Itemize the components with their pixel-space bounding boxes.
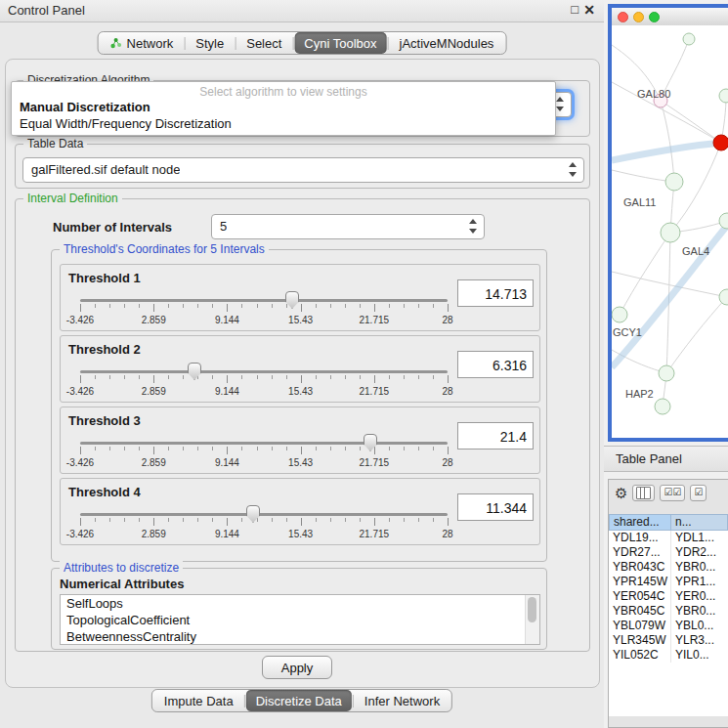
table-panel: ⚙ ☑☑ ☑ shared... n... YDL19...YDL1...YDR… [608, 479, 728, 728]
slider-track[interactable] [80, 370, 448, 373]
mac-zoom-button[interactable] [649, 12, 660, 22]
dropdown-option-manual-discretization[interactable]: Manual Discretization [12, 99, 555, 115]
cell-name: YPR1... [671, 575, 728, 589]
threshold-label: Threshold 2 [68, 342, 141, 357]
bottom-tab-discretize-data[interactable]: Discretize Data [246, 690, 352, 711]
cell-name: YBR0... [671, 604, 728, 619]
float-window-icon[interactable]: □ [571, 2, 578, 17]
table-panel-titlebar: Table Panel [604, 446, 728, 472]
scale-label: 2.859 [142, 529, 166, 539]
network-canvas-svg: GAL80GAL11GAL4GCY1HAP2 [612, 25, 728, 438]
scrollbar-thumb[interactable] [528, 597, 536, 622]
right-pane: GAL80GAL11GAL4GCY1HAP2 Table Panel ⚙ ☑☑ … [604, 0, 728, 728]
threshold-value-field[interactable]: 14.713 [457, 279, 534, 307]
network-canvas[interactable]: GAL80GAL11GAL4GCY1HAP2 [612, 25, 728, 438]
vertical-scrollbar[interactable] [525, 595, 539, 644]
threshold-slider[interactable]: -3.4262.8599.14415.4321.71528 [80, 290, 448, 329]
scale-label: -3.426 [66, 386, 94, 397]
network-icon [110, 37, 123, 49]
slider-track[interactable] [80, 442, 448, 445]
table-row[interactable]: YDR27...YDR2... [609, 545, 728, 560]
tab-jactivemnodules[interactable]: jActiveMNodules [390, 32, 504, 54]
cell-shared-name: YDR27... [609, 545, 671, 560]
attribute-list[interactable]: SelfLoopsTopologicalCoefficientBetweenne… [60, 594, 540, 645]
scale-label: 2.859 [142, 386, 166, 397]
table-row[interactable]: YDL19...YDL1... [609, 531, 728, 545]
network-node[interactable] [661, 223, 680, 242]
scale-label: 15.43 [288, 529, 313, 539]
network-node[interactable] [665, 173, 683, 191]
number-of-intervals-combobox[interactable]: 5 [211, 214, 485, 239]
tab-label: Discretize Data [256, 694, 342, 708]
slider-ticks [80, 447, 448, 456]
bottom-tab-infer-network[interactable]: Infer Network [355, 690, 450, 711]
control-panel: Control Panel □ ✕ NetworkStyleSelectCyni… [0, 0, 605, 728]
table-row[interactable]: YBR043CYBR0... [609, 560, 728, 575]
tab-network[interactable]: Network [101, 32, 184, 54]
network-node[interactable] [612, 307, 627, 322]
slider-scale-labels: -3.4262.8599.14415.4321.71528 [80, 529, 448, 540]
scale-label: 2.859 [142, 457, 166, 468]
attribute-list-item[interactable]: BetweennessCentrality [61, 628, 539, 645]
table-row[interactable]: YER054CYER0... [609, 589, 728, 604]
cell-shared-name: YIL052C [609, 648, 671, 663]
network-node[interactable] [655, 399, 670, 414]
threshold-slider[interactable]: -3.4262.8599.14415.4321.71528 [80, 362, 448, 401]
table-rows: YDL19...YDL1...YDR27...YDR2...YBR043CYBR… [609, 531, 728, 716]
slider-scale-labels: -3.4262.8599.14415.4321.71528 [80, 457, 448, 469]
table-row[interactable]: YBL079WYBL0... [609, 619, 728, 633]
column-header-shared-name[interactable]: shared... [609, 514, 671, 531]
mac-close-button[interactable] [618, 12, 628, 22]
slider-track[interactable] [80, 513, 448, 516]
network-node[interactable] [683, 33, 695, 45]
table-row[interactable]: YPR145WYPR1... [609, 575, 728, 589]
network-node[interactable] [719, 213, 728, 229]
tab-style[interactable]: Style [186, 32, 234, 54]
network-node[interactable] [659, 365, 674, 381]
select-all-button[interactable]: ☑☑ [660, 485, 685, 501]
network-edge [612, 170, 674, 182]
column-header-name[interactable]: n... [671, 514, 728, 531]
network-node[interactable] [719, 89, 728, 103]
network-node[interactable] [713, 135, 728, 150]
cell-name: YER0... [671, 589, 728, 604]
checkbox-icon: ☑ [694, 488, 703, 497]
combo-stepper-icon[interactable] [466, 218, 481, 235]
table-data-combobox[interactable]: galFiltered.sif default node [22, 157, 584, 183]
tab-select[interactable]: Select [236, 32, 291, 54]
table-mode-button[interactable] [632, 485, 655, 501]
tab-label: Infer Network [364, 694, 440, 708]
node-label: HAP2 [625, 388, 654, 400]
threshold-slider[interactable]: -3.4262.8599.14415.4321.71528 [80, 504, 448, 543]
cell-shared-name: YBR045C [609, 604, 671, 619]
tab-cyni-toolbox[interactable]: Cyni Toolbox [294, 32, 386, 54]
gear-icon[interactable]: ⚙ [615, 486, 627, 500]
table-row[interactable]: YIL052CYIL0... [609, 648, 728, 663]
table-row[interactable]: YBR045CYBR0... [609, 604, 728, 619]
scale-label: 21.715 [360, 315, 390, 325]
network-thick-edge [612, 226, 727, 367]
apply-button[interactable]: Apply [262, 656, 332, 679]
network-view-window: GAL80GAL11GAL4GCY1HAP2 [608, 4, 728, 442]
attribute-list-item[interactable]: SelfLoops [61, 595, 539, 612]
tab-label: Select [246, 36, 281, 51]
table-row[interactable]: YLR345WYLR3... [609, 633, 728, 648]
network-node[interactable] [719, 289, 728, 305]
clear-selection-button[interactable]: ☑ [690, 485, 707, 501]
node-label: GAL4 [682, 245, 709, 257]
attribute-list-item[interactable]: TopologicalCoefficient [61, 612, 539, 628]
threshold-value-field[interactable]: 21.4 [457, 422, 534, 450]
threshold-slider[interactable]: -3.4262.8599.14415.4321.71528 [80, 433, 448, 472]
bottom-tab-bar: Impute DataDiscretize DataInfer Network [151, 689, 452, 712]
threshold-value-field[interactable]: 6.316 [457, 351, 534, 378]
combo-stepper-icon[interactable] [566, 161, 580, 178]
mac-minimize-button[interactable] [633, 12, 644, 22]
slider-track[interactable] [80, 299, 448, 302]
threshold-value-field[interactable]: 11.344 [457, 493, 534, 521]
bottom-tab-impute-data[interactable]: Impute Data [154, 690, 243, 711]
scale-label: -3.426 [66, 315, 94, 325]
close-icon[interactable]: ✕ [583, 2, 595, 18]
control-panel-titlebar: Control Panel □ ✕ [0, 0, 604, 22]
cell-shared-name: YBL079W [609, 619, 671, 633]
dropdown-option-equal-width-frequency[interactable]: Equal Width/Frequency Discretization [12, 115, 555, 132]
